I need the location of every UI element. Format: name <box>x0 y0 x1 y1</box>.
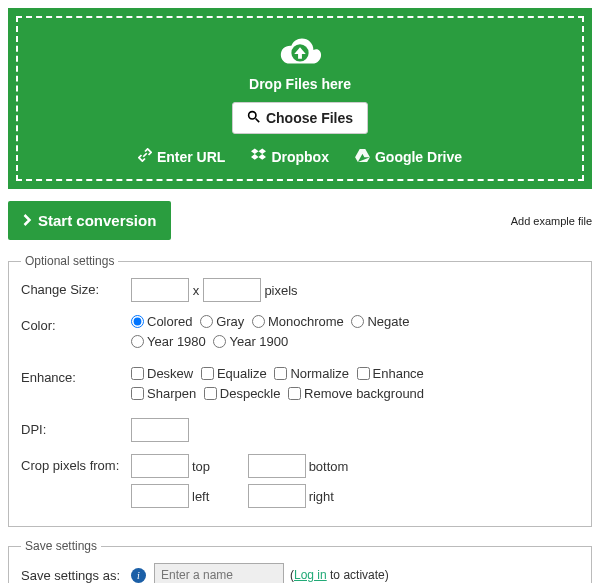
color-option-gray[interactable]: Gray <box>200 314 244 329</box>
info-icon[interactable]: i <box>131 568 146 583</box>
crop-bottom-label: bottom <box>309 459 353 474</box>
color-option-monochrome[interactable]: Monochrome <box>252 314 344 329</box>
login-link[interactable]: Log in <box>294 568 327 582</box>
cloud-upload-icon <box>277 34 323 70</box>
color-radio-group: Colored Gray Monochrome Negate Year 1980… <box>131 314 579 354</box>
login-hint: (Log in to activate) <box>290 568 389 582</box>
size-unit: pixels <box>264 283 297 298</box>
link-icon <box>138 148 152 165</box>
crop-left-label: left <box>192 489 236 504</box>
optional-settings-fieldset: Optional settings Change Size: x pixels … <box>8 254 592 527</box>
search-icon <box>247 110 260 126</box>
color-option-colored[interactable]: Colored <box>131 314 193 329</box>
svg-point-1 <box>249 112 256 119</box>
width-input[interactable] <box>131 278 189 302</box>
start-conversion-button-top[interactable]: Start conversion <box>8 201 171 240</box>
enter-url-link[interactable]: Enter URL <box>138 148 225 165</box>
enhance-check-group: Deskew Equalize Normalize Enhance Sharpe… <box>131 366 579 406</box>
crop-top-input[interactable] <box>131 454 189 478</box>
color-option-year1980[interactable]: Year 1980 <box>131 334 206 349</box>
drop-text: Drop Files here <box>28 76 572 92</box>
color-label: Color: <box>21 314 131 333</box>
enhance-deskew[interactable]: Deskew <box>131 366 193 381</box>
save-as-label: Save settings as: <box>21 568 131 583</box>
enhance-despeckle[interactable]: Despeckle <box>204 386 281 401</box>
dropbox-link[interactable]: Dropbox <box>251 148 329 165</box>
save-name-input <box>154 563 284 583</box>
crop-bottom-input[interactable] <box>248 454 306 478</box>
chevron-right-icon <box>23 212 32 229</box>
color-option-year1900[interactable]: Year 1900 <box>213 334 288 349</box>
save-settings-fieldset: Save settings Save settings as: i (Log i… <box>8 539 592 583</box>
save-settings-legend: Save settings <box>21 539 101 553</box>
choose-files-button[interactable]: Choose Files <box>232 102 368 134</box>
crop-top-label: top <box>192 459 236 474</box>
height-input[interactable] <box>203 278 261 302</box>
change-size-label: Change Size: <box>21 278 131 297</box>
google-drive-label: Google Drive <box>375 149 462 165</box>
start-conversion-label: Start conversion <box>38 212 156 229</box>
enhance-equalize[interactable]: Equalize <box>201 366 267 381</box>
source-links: Enter URL Dropbox Google Drive <box>28 148 572 165</box>
dpi-input[interactable] <box>131 418 189 442</box>
enhance-label: Enhance: <box>21 366 131 385</box>
crop-left-input[interactable] <box>131 484 189 508</box>
dropbox-icon <box>251 148 266 165</box>
google-drive-icon <box>355 149 370 165</box>
enhance-enhance[interactable]: Enhance <box>357 366 424 381</box>
drop-zone-inner: Drop Files here Choose Files Enter URL D… <box>16 16 584 181</box>
enhance-remove-bg[interactable]: Remove background <box>288 386 424 401</box>
enhance-normalize[interactable]: Normalize <box>274 366 349 381</box>
color-option-negate[interactable]: Negate <box>351 314 409 329</box>
optional-settings-legend: Optional settings <box>21 254 118 268</box>
google-drive-link[interactable]: Google Drive <box>355 148 462 165</box>
svg-line-2 <box>255 119 259 123</box>
choose-files-label: Choose Files <box>266 110 353 126</box>
dpi-label: DPI: <box>21 418 131 437</box>
file-drop-zone[interactable]: Drop Files here Choose Files Enter URL D… <box>8 8 592 189</box>
enhance-sharpen[interactable]: Sharpen <box>131 386 196 401</box>
crop-right-label: right <box>309 489 353 504</box>
crop-right-input[interactable] <box>248 484 306 508</box>
crop-label: Crop pixels from: <box>21 454 131 473</box>
size-separator: x <box>193 283 200 298</box>
dropbox-label: Dropbox <box>271 149 329 165</box>
enter-url-label: Enter URL <box>157 149 225 165</box>
add-example-file-link[interactable]: Add example file <box>511 215 592 227</box>
